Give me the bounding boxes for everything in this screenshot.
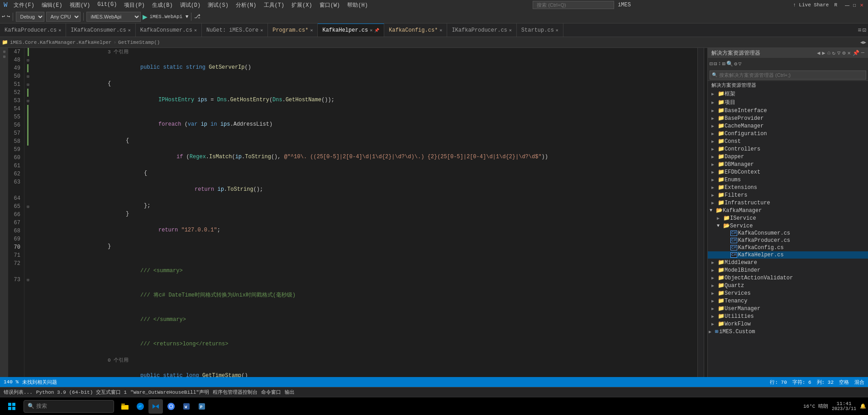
tree-item-tenancy[interactable]: ▶ 📁 Tenancy bbox=[708, 297, 868, 305]
tree-item-controllers[interactable]: ▶ 📁 Controllers bbox=[708, 145, 868, 153]
address-nav-right[interactable]: ▶ bbox=[863, 39, 866, 45]
package-manager-tab[interactable]: 程序包管理器控制台 bbox=[213, 389, 258, 396]
tree-item-baseinterface[interactable]: ▶ 📁 BaseInterface bbox=[708, 107, 868, 114]
zoom-indicator[interactable]: 140 % bbox=[4, 379, 19, 385]
taskbar-edge-icon[interactable] bbox=[133, 399, 148, 414]
taskbar-chrome-icon[interactable] bbox=[164, 399, 178, 414]
menu-git[interactable]: Git(G) bbox=[95, 0, 119, 10]
tree-item-dapper[interactable]: ▶ 📁 Dapper bbox=[708, 153, 868, 160]
python-interactive-tab[interactable]: Python 3.9 (64-bit) 交互式窗口 1 bbox=[36, 389, 127, 396]
tree-item-filters[interactable]: ▶ 📁 Filters bbox=[708, 191, 868, 199]
tree-item-configuration[interactable]: ▶ 📁 Configuration bbox=[708, 130, 868, 137]
menu-debug[interactable]: 调试(D) bbox=[177, 0, 204, 10]
gutter-48[interactable]: ⊟ bbox=[24, 56, 32, 64]
se-refresh[interactable]: ↻ bbox=[832, 50, 835, 57]
tree-item-middleware[interactable]: ▶ 📁 Middleware bbox=[708, 259, 868, 266]
tab-close-icon[interactable]: ✕ bbox=[509, 28, 512, 33]
taskbar-word-icon[interactable]: W bbox=[179, 399, 194, 414]
tree-item-const[interactable]: ▶ 📁 Const bbox=[708, 137, 868, 145]
se-minimize[interactable]: — bbox=[861, 50, 864, 57]
gutter-53[interactable]: ⊟ bbox=[24, 97, 32, 105]
code-line-53[interactable]: { bbox=[35, 169, 694, 177]
menu-analyze[interactable]: 分析(N) bbox=[233, 0, 259, 10]
tab-ikafkaconsumer[interactable]: IKafkaConsumer.cs ✕ bbox=[66, 24, 135, 37]
tree-item-项目[interactable]: ▶ 📁 项目 bbox=[708, 98, 868, 107]
tab-close-icon[interactable]: ✕ bbox=[194, 28, 197, 33]
startup-project-dropdown[interactable]: iMES.WebApi bbox=[86, 12, 141, 22]
code-editor[interactable]: 3 个引用 public static string GetServerIp()… bbox=[32, 48, 697, 377]
code-line-55[interactable]: }; bbox=[35, 202, 694, 210]
gutter-73[interactable]: ⊟ bbox=[24, 276, 32, 284]
se-tool-6[interactable]: ⚙ bbox=[734, 61, 737, 67]
tab-close-icon[interactable]: ✕ bbox=[370, 28, 372, 33]
tab-programcs[interactable]: Program.cs* ✕ bbox=[268, 24, 318, 37]
tree-item-dbmanager[interactable]: ▶ 📁 DBManager bbox=[708, 160, 868, 168]
se-tool-3[interactable]: ↕ bbox=[718, 61, 721, 67]
tab-close-icon[interactable]: ✕ bbox=[556, 28, 558, 33]
tab-kafkaproducer[interactable]: KafkaProducer.cs ✕ bbox=[0, 24, 66, 37]
tab-kafkahelper[interactable]: KafkaHelper.cs ✕ 📌 bbox=[318, 24, 384, 37]
tree-item-iservice[interactable]: ▶ 📁 IService bbox=[708, 214, 868, 222]
tab-close-icon[interactable]: ✕ bbox=[260, 28, 263, 33]
platform-dropdown[interactable]: Any CPU bbox=[46, 12, 81, 22]
editor-scrollbar[interactable] bbox=[697, 48, 704, 377]
gutter-50[interactable]: ⊟ bbox=[24, 72, 32, 80]
se-home[interactable]: ⌂ bbox=[827, 50, 830, 57]
declaration-tab[interactable]: "Ware_OutWareHouseBill"声明 bbox=[130, 389, 209, 396]
tree-item-utilities[interactable]: ▶ 📁 Utilities bbox=[708, 312, 868, 320]
code-line-58[interactable]: } bbox=[35, 242, 694, 250]
code-line-57[interactable]: return "127.0.0.1"; bbox=[35, 218, 694, 242]
se-tool-4[interactable]: ⊞ bbox=[722, 61, 725, 67]
tab-expand-icon[interactable]: ⊡ bbox=[863, 26, 866, 34]
notification-icon[interactable]: 🔔 bbox=[860, 403, 866, 409]
menu-window[interactable]: 窗口(W) bbox=[317, 0, 343, 10]
tree-item-quartz[interactable]: ▶ 📁 Quartz bbox=[708, 282, 868, 289]
tree-item-cachemanager[interactable]: ▶ 📁 CacheManager bbox=[708, 122, 868, 130]
se-tool-1[interactable]: ⊡ bbox=[710, 61, 713, 67]
tab-list-icon[interactable]: ≡ bbox=[858, 27, 861, 34]
code-line-47[interactable]: public static string GetServerIp() bbox=[35, 55, 694, 80]
taskbar-file-manager-icon[interactable] bbox=[118, 399, 132, 414]
address-nav-left[interactable]: ◀ bbox=[860, 39, 863, 45]
tab-startup[interactable]: Startup.cs ✕ bbox=[517, 24, 563, 37]
se-tool-7[interactable]: ▽ bbox=[738, 61, 741, 67]
gutter-65[interactable]: ⊟ bbox=[24, 203, 32, 211]
pin-icon[interactable]: 📌 bbox=[374, 28, 379, 33]
user-icon[interactable]: R bbox=[834, 2, 837, 8]
tree-item-baseprovider[interactable]: ▶ 📁 BaseProvider bbox=[708, 114, 868, 122]
tree-item-imescustom[interactable]: ▶ ⊞ iMES.Custom bbox=[708, 328, 868, 335]
tree-item-usermanager[interactable]: ▶ 📁 UserManager bbox=[708, 305, 868, 312]
taskbar-python-icon[interactable]: P bbox=[195, 399, 209, 414]
code-line-60[interactable]: /// <summary> bbox=[35, 259, 694, 283]
code-line-61[interactable]: /// 将c# DateTime时间格式转换为Unix时间戳格式(毫秒级) bbox=[35, 283, 694, 307]
tab-ikafkaproducer[interactable]: IKafkaProducer.cs ✕ bbox=[447, 24, 516, 37]
code-line-52[interactable]: if (Regex.IsMatch(ip.ToString(), @"^10\.… bbox=[35, 145, 694, 169]
tree-item-kafkaconfigcs[interactable]: ▶ C# KafkaConfig.cs bbox=[708, 244, 868, 251]
toolbar-redo-icon[interactable]: ↪ bbox=[7, 13, 10, 20]
tab-close-icon[interactable]: ✕ bbox=[310, 28, 313, 33]
menu-edit[interactable]: 编辑(E) bbox=[39, 0, 65, 10]
toolbar-git-icon[interactable]: ⎇ bbox=[194, 13, 200, 20]
tree-item-services[interactable]: ▶ 📁 Services bbox=[708, 289, 868, 297]
minimize-button[interactable]: — bbox=[844, 2, 850, 8]
se-filter[interactable]: ▽ bbox=[837, 50, 840, 57]
code-line-51[interactable]: { bbox=[35, 137, 694, 145]
tree-item-efdbcontext[interactable]: ▶ 📁 EFDbContext bbox=[708, 168, 868, 176]
code-line-62[interactable]: /// </summary> bbox=[35, 307, 694, 332]
taskbar-start-button[interactable] bbox=[2, 397, 22, 415]
code-line-64[interactable]: public static long GetTimeStamp() bbox=[35, 363, 694, 377]
menu-tools[interactable]: 工具(T) bbox=[261, 0, 287, 10]
menu-file[interactable]: 文件(F) bbox=[11, 0, 37, 10]
se-tool-5[interactable]: 🔍 bbox=[726, 61, 733, 67]
tree-item-modelbinder[interactable]: ▶ 📁 ModelBinder bbox=[708, 266, 868, 274]
command-window-tab[interactable]: 命令窗口 bbox=[261, 389, 281, 396]
taskbar-search-box[interactable]: 🔍 搜索 bbox=[24, 400, 114, 413]
menu-help[interactable]: 帮助(H) bbox=[344, 0, 371, 10]
tab-nuget[interactable]: NuGet: iMES.Core ✕ bbox=[202, 24, 268, 37]
tree-item-kafkamanager[interactable]: ▼ 📂 KafkaManager bbox=[708, 207, 868, 214]
maximize-button[interactable]: □ bbox=[852, 2, 857, 8]
code-line-54[interactable]: return ip.ToString(); bbox=[35, 177, 694, 202]
menu-test[interactable]: 测试(S) bbox=[205, 0, 231, 10]
code-line-59[interactable] bbox=[35, 250, 694, 259]
code-line-56[interactable]: } bbox=[35, 210, 694, 218]
